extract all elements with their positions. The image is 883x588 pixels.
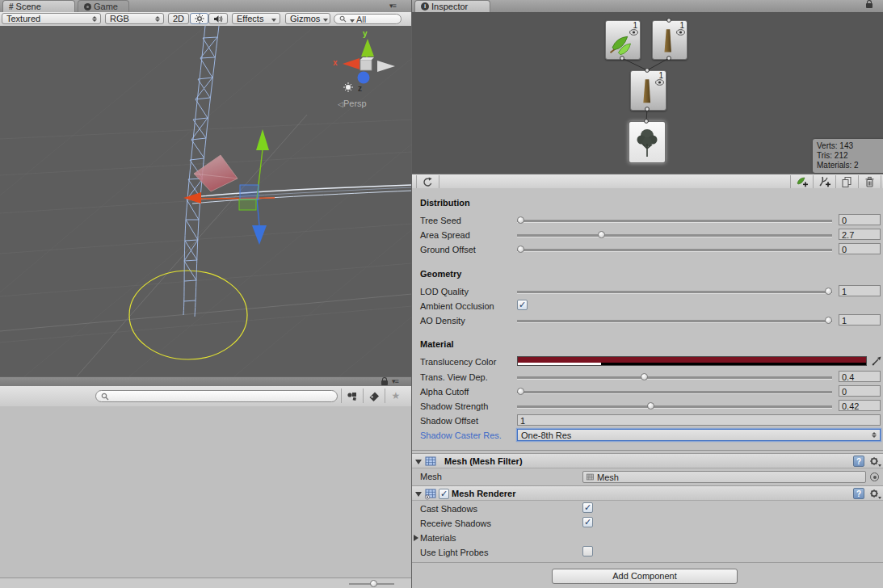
eyedropper-icon[interactable]	[872, 355, 882, 366]
zoom-slider-thumb[interactable]	[370, 580, 377, 587]
projection-mode-label[interactable]: Persp	[338, 99, 367, 108]
scene-viewport[interactable]: y x z Persp	[0, 26, 412, 376]
slider-thumb[interactable]	[517, 246, 524, 253]
add-branch-group-button[interactable]	[814, 175, 834, 188]
foldout-arrow-icon[interactable]	[415, 492, 422, 497]
slider-thumb[interactable]	[598, 231, 605, 238]
lock-icon[interactable]	[381, 380, 388, 385]
search-by-type-button[interactable]	[343, 388, 362, 403]
alpha-cutoff-value[interactable]: 0	[839, 385, 881, 397]
browser-search-input[interactable]	[111, 391, 332, 402]
pane-menu-icon[interactable]	[389, 2, 396, 10]
tree-thumbnail	[632, 124, 662, 160]
browser-content-area[interactable]	[0, 406, 412, 578]
translucency-color-swatch[interactable]	[517, 356, 867, 366]
alpha-cutoff-label: Alpha Cutoff	[420, 387, 469, 397]
tree-node-branch[interactable]: 1	[652, 20, 687, 60]
gear-icon[interactable]	[868, 487, 881, 500]
trans-view-dep-slider[interactable]	[517, 376, 832, 379]
inspector-lock-icon[interactable]	[866, 3, 872, 8]
shadow-offset-row: Shadow Offset 1	[412, 414, 883, 427]
refresh-button[interactable]	[418, 175, 437, 188]
mesh-object-field[interactable]: Mesh	[582, 471, 866, 483]
receive-shadows-row: Receive Shadows ✓	[412, 517, 883, 530]
use-light-probes-checkbox[interactable]	[582, 546, 593, 556]
slider-thumb[interactable]	[825, 317, 832, 324]
slider-thumb[interactable]	[647, 402, 654, 410]
effects-dropdown[interactable]: Effects	[232, 13, 280, 24]
ground-offset-label: Ground Offset	[420, 245, 476, 254]
delete-node-button[interactable]	[860, 175, 879, 188]
tree-seed-value[interactable]: 0	[839, 214, 881, 225]
help-icon[interactable]: ?	[853, 488, 864, 499]
shadow-strength-value[interactable]: 0.42	[839, 400, 881, 411]
pane-menu-icon[interactable]	[392, 377, 398, 385]
gizmo-y-label[interactable]: y	[363, 29, 368, 38]
mesh-renderer-icon	[424, 487, 437, 500]
gizmo-z-label[interactable]: z	[358, 84, 362, 93]
2d-toggle-button[interactable]: 2D	[168, 13, 189, 24]
add-component-button[interactable]: Add Component	[552, 569, 738, 584]
ao-density-slider[interactable]	[517, 320, 832, 322]
scene-audio-button[interactable]	[208, 13, 228, 24]
tab-scene[interactable]: # Scene	[2, 0, 75, 12]
browser-search-field[interactable]	[95, 390, 338, 402]
tree-node-graph[interactable]: 1 1 1	[412, 12, 883, 174]
save-search-button[interactable]: ★	[386, 388, 406, 403]
component-separator	[412, 450, 883, 451]
tree-seed-slider[interactable]	[517, 220, 832, 222]
slider-thumb[interactable]	[825, 288, 832, 295]
mesh-filter-header[interactable]: Mesh (Mesh Filter) ?	[412, 453, 883, 468]
ambient-occlusion-checkbox[interactable]: ✓	[517, 300, 528, 310]
slider-thumb[interactable]	[641, 373, 648, 380]
ground-offset-slider[interactable]	[517, 249, 832, 251]
search-by-label-button[interactable]	[364, 388, 384, 403]
area-spread-value[interactable]: 2.7	[839, 229, 881, 240]
materials-foldout-icon[interactable]	[414, 535, 418, 541]
ao-density-row: AO Density 1	[412, 314, 883, 327]
tree-node-trunk[interactable]: 1	[630, 70, 666, 111]
shadow-caster-res-dropdown[interactable]: One-8th Res	[517, 429, 881, 441]
shadow-offset-field[interactable]: 1	[517, 414, 881, 426]
ground-offset-value[interactable]: 0	[839, 243, 881, 254]
shadow-offset-label: Shadow Offset	[420, 416, 478, 426]
gear-icon[interactable]	[868, 455, 881, 468]
tab-inspector[interactable]: i Inspector	[414, 0, 490, 12]
shadow-caster-res-value: One-8th Res	[521, 430, 571, 440]
mesh-renderer-header[interactable]: ✓ Mesh Renderer ?	[412, 485, 883, 501]
foldout-arrow-icon[interactable]	[415, 460, 422, 464]
alpha-cutoff-slider[interactable]	[517, 391, 832, 393]
object-picker-icon[interactable]	[870, 472, 879, 481]
scene-tabstrip: # Scene Game	[0, 0, 412, 13]
color-mode-dropdown[interactable]: RGB	[105, 13, 164, 24]
add-leaf-group-button[interactable]	[792, 175, 811, 188]
thumbnail-zoom-slider[interactable]	[349, 583, 394, 585]
help-icon[interactable]: ?	[853, 456, 864, 467]
ao-density-value[interactable]: 1	[839, 314, 881, 326]
duplicate-node-button[interactable]	[837, 175, 856, 188]
scene-lighting-button[interactable]	[190, 13, 208, 24]
gizmo-x-label[interactable]: x	[333, 58, 338, 67]
section-distribution: Distribution	[420, 198, 470, 208]
trans-view-dep-value[interactable]: 0.4	[839, 371, 881, 382]
cast-shadows-checkbox[interactable]: ✓	[582, 502, 593, 513]
gizmos-dropdown[interactable]: Gizmos	[285, 13, 330, 24]
scene-search-field[interactable]: All	[334, 14, 402, 24]
scene-toolbar: Textured RGB 2D	[0, 12, 412, 27]
slider-thumb[interactable]	[517, 216, 524, 224]
receive-shadows-checkbox[interactable]: ✓	[582, 517, 593, 527]
receive-shadows-label: Receive Shadows	[420, 519, 491, 528]
mesh-object-value: Mesh	[597, 472, 619, 482]
tree-root-node[interactable]	[629, 121, 666, 163]
lod-quality-value[interactable]: 1	[839, 285, 881, 296]
shadow-strength-slider[interactable]	[517, 405, 832, 408]
tree-node-leaf[interactable]: 1	[605, 20, 641, 60]
dropdown-arrow-icon	[268, 14, 276, 23]
draw-mode-dropdown[interactable]: Textured	[2, 13, 101, 24]
mesh-renderer-enabled-checkbox[interactable]: ✓	[439, 489, 449, 499]
area-spread-slider[interactable]	[517, 234, 832, 237]
slider-thumb[interactable]	[517, 388, 524, 395]
lod-quality-slider[interactable]	[517, 291, 832, 293]
tab-game[interactable]: Game	[78, 0, 129, 12]
alpha-cutoff-row: Alpha Cutoff 0	[412, 385, 883, 398]
